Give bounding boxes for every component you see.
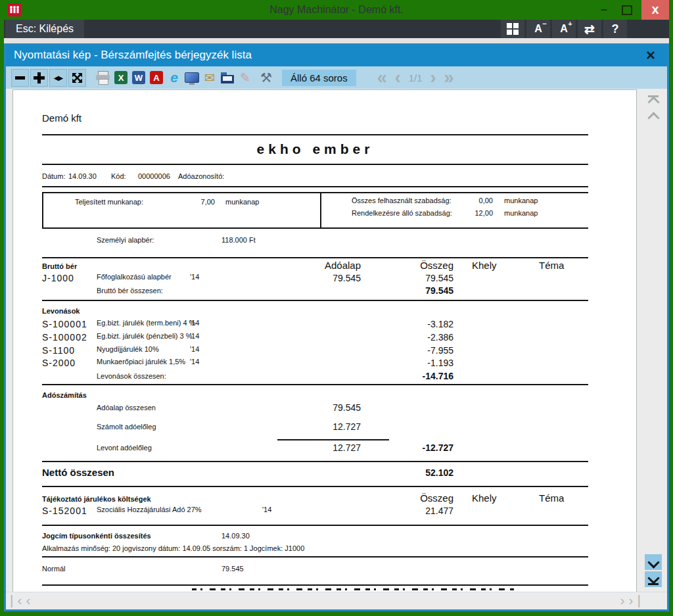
- column-tema: Téma: [539, 492, 564, 504]
- summary-section-label: Jogcím típusonkénti összesítés: [42, 532, 151, 540]
- chevron-down-bar-icon: [647, 572, 659, 584]
- workdays-value: 7,00: [175, 198, 215, 206]
- maximize-button[interactable]: [622, 5, 632, 15]
- info-row: S-152001 Szociális Hozzájárulási Adó 27%…: [42, 506, 271, 516]
- chevron-down-icon: [647, 556, 659, 568]
- vacation-used-unit: munkanap: [504, 197, 538, 204]
- settings-button[interactable]: ⚒: [255, 70, 271, 85]
- column-tema: Téma: [539, 260, 564, 271]
- fit-page-button[interactable]: [68, 69, 86, 87]
- folder-icon: [221, 75, 234, 83]
- page-indicator: 1/1: [409, 72, 423, 83]
- info-section-label: Tájékoztató járulékos költségek: [42, 495, 151, 503]
- scroll-to-bottom-button[interactable]: [645, 571, 662, 587]
- send-email-button[interactable]: ✉: [202, 70, 218, 85]
- view-screen-button[interactable]: [184, 70, 200, 85]
- export-word-button[interactable]: W: [131, 70, 147, 85]
- deduction-row: S-1100 Nyugdíjjárulék 10% '14: [42, 345, 199, 356]
- archive-button[interactable]: [220, 70, 235, 85]
- workdays-top-rule: [42, 192, 588, 193]
- fit-width-icon: ◀▶: [54, 74, 62, 82]
- go-prev-icon: ‹: [26, 592, 34, 607]
- rule: [42, 134, 588, 135]
- net-total-label: Nettó összesen: [42, 467, 114, 478]
- deductions-total: -14.716: [393, 371, 453, 381]
- tax-row-base: 79.545: [300, 402, 361, 413]
- client-area-strip: [4, 38, 669, 43]
- tax-row-label: Számolt adóelőleg: [97, 423, 156, 431]
- export-excel-button[interactable]: X: [113, 70, 129, 85]
- hscroll-left-buttons[interactable]: |‹‹: [10, 592, 34, 608]
- first-page-button[interactable]: «: [377, 71, 387, 84]
- gross-total: 79.545: [393, 285, 453, 296]
- font-increase-icon: A+: [560, 23, 568, 35]
- preview-close-button[interactable]: ×: [641, 45, 661, 66]
- horizontal-scrollbar[interactable]: |‹‹ ››|: [6, 592, 667, 609]
- edit-button[interactable]: ✎: [237, 70, 253, 85]
- rule: [42, 461, 588, 462]
- preview-toolbar: ◀▶ X W A e ✉: [6, 66, 667, 89]
- preview-titlebar: Nyomtatási kép - Bérszámfejtés bérjegyzé…: [6, 45, 667, 66]
- summary-row-value: 79.545: [221, 565, 244, 573]
- help-button[interactable]: ?: [603, 20, 627, 38]
- rule: [42, 186, 588, 187]
- column-khely: Khely: [472, 492, 497, 504]
- tax-section-label: Adószámítás: [42, 391, 87, 399]
- summary-details: Alkalmazás minőség: 20 jogviszony dátum:…: [42, 544, 304, 552]
- zoom-out-button[interactable]: [11, 69, 29, 87]
- vacation-used-label: Összes felhasznált szabadság:: [352, 197, 452, 204]
- tax-row-amount: -12.727: [393, 442, 453, 453]
- open-browser-button[interactable]: e: [166, 70, 182, 85]
- deduction-row: S-100001 Eg.bizt. járulék (term.beni) 4 …: [42, 319, 199, 329]
- question-mark-icon: ?: [612, 22, 619, 36]
- last-page-button[interactable]: »: [444, 71, 454, 84]
- scroll-to-top-button[interactable]: [645, 93, 662, 108]
- switch-button[interactable]: ⇄: [578, 20, 601, 38]
- rule: [42, 486, 588, 487]
- swap-arrows-icon: ⇄: [584, 22, 595, 37]
- rule: [42, 384, 588, 385]
- next-page-button[interactable]: ›: [430, 71, 436, 84]
- window-title: Nagy Machinátor - Demó kft.: [0, 4, 673, 16]
- hscroll-right-buttons[interactable]: ››|: [620, 592, 645, 608]
- gross-amount: 79.545: [393, 273, 453, 283]
- font-increase-button[interactable]: A+: [552, 20, 576, 38]
- gross-row: J-1000 Főfoglalkozású alapbér '14: [42, 273, 199, 283]
- close-button[interactable]: x: [641, 0, 669, 20]
- fit-width-button[interactable]: ◀▶: [49, 69, 67, 87]
- rule: [42, 164, 588, 165]
- layout-grid-button[interactable]: [501, 20, 524, 38]
- vacation-left-unit: munkanap: [504, 209, 538, 217]
- deduction-row: S-2000 Munkaerőpiaci járulék 1,5% '14: [42, 358, 199, 368]
- deduction-amount: -7.955: [393, 345, 453, 356]
- minus-icon: [15, 76, 25, 80]
- layout-selector[interactable]: Álló 64 soros: [282, 70, 356, 86]
- font-decrease-icon: A−: [534, 23, 542, 35]
- company-name: Demó kft: [42, 112, 81, 124]
- export-pdf-button[interactable]: A: [149, 70, 164, 85]
- zoom-in-button[interactable]: [30, 69, 48, 87]
- chevron-up-icon: [647, 112, 659, 124]
- previous-page-button[interactable]: ‹: [395, 71, 401, 84]
- scroll-up-button[interactable]: [645, 110, 662, 126]
- deduction-row: S-100002 Eg.bizt. járulék (pénzbeli) 3 %…: [42, 332, 199, 343]
- pencil-icon: ✎: [240, 70, 250, 85]
- column-adoalap: Adóalap: [300, 260, 361, 271]
- monitor-icon: [185, 72, 199, 83]
- rule: [42, 556, 588, 557]
- exit-button[interactable]: Esc: Kilépés: [5, 20, 84, 38]
- pdf-icon: A: [150, 71, 163, 84]
- go-last-icon: ›|: [629, 592, 645, 607]
- internet-explorer-icon: e: [170, 70, 178, 85]
- summary-date: 14.09.30: [221, 532, 250, 540]
- minimize-button[interactable]: –: [595, 1, 613, 18]
- workdays-label: Teljesített munkanap:: [75, 198, 143, 206]
- excel-icon: X: [114, 71, 128, 84]
- font-decrease-button[interactable]: A−: [526, 20, 550, 38]
- clipped-text-fragment: [192, 588, 514, 590]
- wage-desc: Főfoglalkozású alapbér: [97, 273, 190, 283]
- print-button[interactable]: [95, 70, 111, 85]
- gross-section-label: Bruttó bér: [42, 262, 77, 270]
- tax-row-label: Levont adóelőleg: [97, 444, 152, 452]
- scroll-down-button[interactable]: [645, 554, 662, 570]
